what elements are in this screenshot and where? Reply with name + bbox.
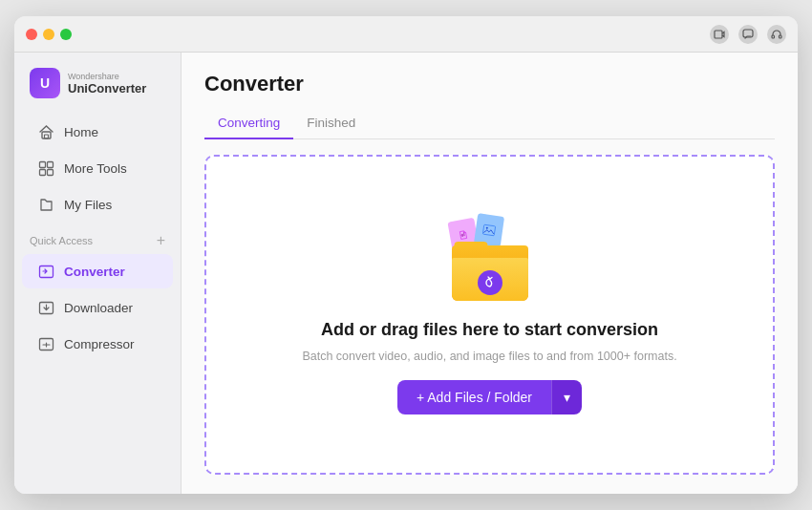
title-bar bbox=[14, 16, 798, 53]
sidebar-item-home-label: Home bbox=[64, 125, 98, 139]
tools-icon bbox=[37, 159, 54, 177]
add-files-button[interactable]: + Add Files / Folder bbox=[397, 380, 551, 414]
sidebar-item-more-tools-label: More Tools bbox=[64, 161, 127, 176]
logo-name: UniConverter bbox=[68, 81, 146, 96]
drop-zone-subtitle: Batch convert video, audio, and image fi… bbox=[302, 350, 676, 363]
main-content: U Wondershare UniConverter Home bbox=[14, 53, 798, 494]
video-icon[interactable] bbox=[710, 25, 729, 44]
sidebar-item-my-files-label: My Files bbox=[64, 198, 112, 212]
app-logo: U bbox=[30, 68, 60, 98]
sidebar-item-my-files[interactable]: My Files bbox=[22, 187, 173, 222]
content-area: Converter Converting Finished bbox=[182, 53, 798, 494]
minimize-button[interactable] bbox=[43, 29, 54, 40]
sidebar-item-home[interactable]: Home bbox=[22, 115, 173, 149]
maximize-button[interactable] bbox=[60, 29, 72, 40]
svg-rect-9 bbox=[47, 169, 53, 175]
compressor-icon bbox=[37, 335, 54, 352]
logo-area: U Wondershare UniConverter bbox=[14, 64, 181, 114]
quick-access-header: Quick Access + bbox=[14, 223, 181, 253]
svg-rect-7 bbox=[47, 161, 53, 167]
home-icon bbox=[37, 123, 54, 140]
sidebar-item-compressor-label: Compressor bbox=[64, 337, 135, 351]
tabs: Converting Finished bbox=[204, 110, 775, 139]
svg-rect-0 bbox=[715, 31, 722, 38]
sidebar-item-more-tools[interactable]: More Tools bbox=[22, 151, 173, 185]
traffic-lights bbox=[26, 29, 72, 40]
sidebar-item-downloader-label: Downloader bbox=[64, 301, 133, 315]
logo-text: Wondershare UniConverter bbox=[68, 72, 146, 96]
downloader-icon bbox=[37, 299, 54, 316]
sidebar: U Wondershare UniConverter Home bbox=[14, 53, 182, 494]
quick-access-add-button[interactable]: + bbox=[157, 232, 165, 249]
sidebar-item-compressor[interactable]: Compressor bbox=[22, 327, 173, 361]
add-files-button-group: + Add Files / Folder ▾ bbox=[397, 380, 582, 414]
sidebar-item-converter-label: Converter bbox=[64, 265, 125, 279]
sidebar-item-downloader[interactable]: Downloader bbox=[22, 290, 173, 325]
chat-icon[interactable] bbox=[738, 25, 758, 44]
page-title: Converter bbox=[204, 72, 775, 96]
drop-illustration bbox=[442, 215, 538, 301]
title-bar-icons bbox=[710, 25, 786, 44]
converter-icon bbox=[37, 263, 54, 280]
refresh-icon bbox=[478, 270, 502, 295]
close-button[interactable] bbox=[26, 29, 37, 40]
sidebar-item-converter[interactable]: Converter bbox=[22, 254, 173, 288]
svg-rect-2 bbox=[772, 35, 775, 38]
svg-rect-13 bbox=[482, 224, 495, 236]
logo-brand: Wondershare bbox=[68, 72, 146, 81]
headphone-icon[interactable] bbox=[767, 25, 786, 44]
svg-rect-8 bbox=[39, 169, 45, 175]
tab-converting[interactable]: Converting bbox=[204, 110, 293, 139]
drop-zone-title: Add or drag files here to start conversi… bbox=[321, 320, 658, 340]
quick-access-label: Quick Access bbox=[30, 235, 93, 246]
drop-zone[interactable]: Add or drag files here to start conversi… bbox=[204, 155, 775, 475]
files-icon bbox=[37, 196, 54, 213]
app-window: U Wondershare UniConverter Home bbox=[14, 16, 798, 494]
tab-finished[interactable]: Finished bbox=[293, 110, 369, 139]
add-files-dropdown-arrow[interactable]: ▾ bbox=[551, 380, 582, 414]
svg-rect-3 bbox=[780, 35, 782, 38]
svg-rect-6 bbox=[39, 161, 45, 167]
